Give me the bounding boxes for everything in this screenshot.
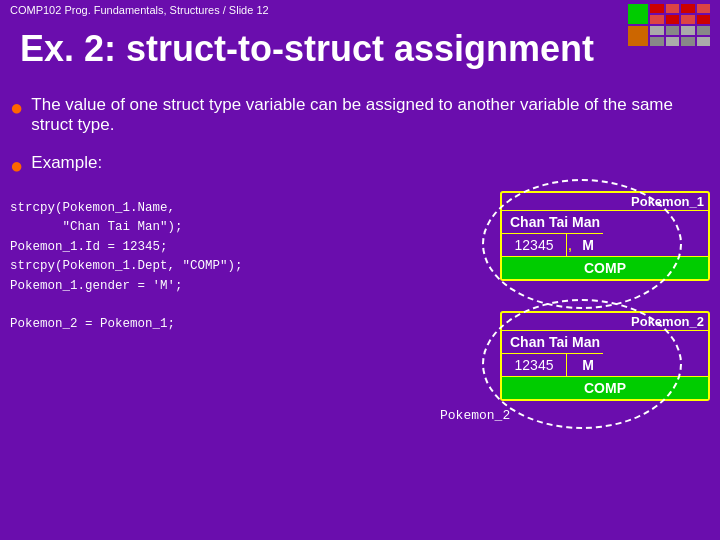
logo-grid-2 [650,26,710,46]
logo-cell-6 [666,15,680,24]
logo-cell-7 [681,15,695,24]
logo-cell-2 [666,4,680,13]
code-line-1: strcpy(Pokemon_1.Name, [10,199,470,218]
pokemon1-dept-field: COMP [502,256,708,279]
pokemon2-label-inline: Pokemon_2 [502,313,708,330]
slide-header: COMP102 Prog. Fundamentals, Structures /… [10,4,269,16]
pokemon1-gender-field: M [573,233,603,256]
bullet-1-text: The value of one struct type variable ca… [31,95,710,135]
code-line-4: strcpy(Pokemon_1.Dept, "COMP"); [10,257,470,276]
logo-cell-1 [650,4,664,13]
pokemon2-gender-field: M [573,353,603,376]
pokemon1-label: Pokemon_1 [502,193,708,210]
pokemon2-label-below: Pokemon_2 [440,408,510,423]
bullet-2-icon: ● [10,153,23,179]
logo-cell-4 [697,4,711,13]
pokemon2-area: Pokemon_2 Chan Tai Man 12345 [500,311,710,401]
code-block: strcpy(Pokemon_1.Name, "Chan Tai Man"); … [10,199,470,335]
bullet-2-text: Example: [31,153,102,173]
bullet-2-row: ● Example: [10,153,710,183]
code-line-3: Pokemon_1.Id = 12345; [10,238,470,257]
pokemon1-id-row: 12345 , M [502,233,708,256]
right-col: Pokemon_1 Chan Tai Man 12345 , [480,191,710,407]
slide-title: Ex. 2: struct-to-struct assignment [20,28,594,70]
logo-cell-5 [650,15,664,24]
header-text: COMP102 Prog. Fundamentals, Structures /… [10,4,269,16]
logo-cell-8 [697,15,711,24]
pokemon1-id-field: 12345 [502,233,567,256]
pokemon2-dept-row: COMP [502,376,708,399]
pokemon1-name-field: Chan Tai Man [502,210,708,233]
content-area: ● The value of one struct type variable … [10,95,710,530]
pokemon2-name-field: Chan Tai Man [502,330,708,353]
code-line-5: Pokemon_1.gender = 'M'; [10,277,470,296]
logo-cell-g4 [697,26,711,35]
logo-cell-g5 [650,37,664,46]
pokemon1-area: Pokemon_1 Chan Tai Man 12345 , [500,191,710,281]
pokemon1-name-row: Chan Tai Man [502,210,708,233]
logo-cell-g2 [666,26,680,35]
code-line-6: Pokemon_2 = Pokemon_1; [10,315,470,334]
pokemon2-id-row: 12345 M [502,353,708,376]
code-line-2: "Chan Tai Man"); [10,218,470,237]
pokemon2-name-row: Chan Tai Man [502,330,708,353]
logo-grid [650,4,710,24]
logo-cell-g1 [650,26,664,35]
left-col: strcpy(Pokemon_1.Name, "Chan Tai Man"); … [10,191,470,335]
logo-green [628,4,648,24]
logo-cell-g8 [697,37,711,46]
logo-orange [628,26,648,46]
logo-area [628,4,710,46]
pokemon2-dept-field: COMP [502,376,708,399]
bullet-1-icon: ● [10,95,23,121]
pokemon2-id-field: 12345 [502,353,567,376]
bullet-1-row: ● The value of one struct type variable … [10,95,710,145]
pokemon1-dept-row: COMP [502,256,708,279]
pokemon1-box: Pokemon_1 Chan Tai Man 12345 , [500,191,710,281]
pokemon2-box: Pokemon_2 Chan Tai Man 12345 [500,311,710,401]
logo-cell-3 [681,4,695,13]
main-layout: strcpy(Pokemon_1.Name, "Chan Tai Man"); … [10,191,710,407]
logo-cell-g6 [666,37,680,46]
code-line-blank [10,296,470,315]
logo-cell-g7 [681,37,695,46]
logo-cell-g3 [681,26,695,35]
